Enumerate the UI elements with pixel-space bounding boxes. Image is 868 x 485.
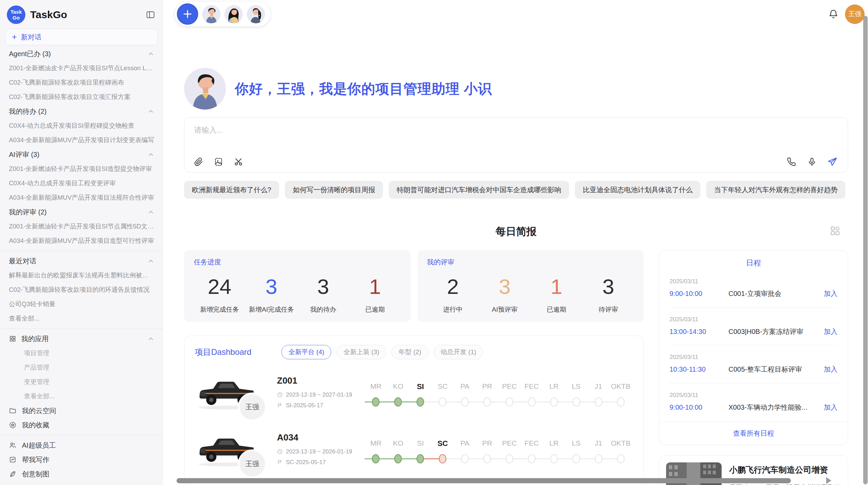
- sidebar-tool-label: AI超级员工: [22, 441, 56, 450]
- sidebar-item[interactable]: C02-飞腾新能源轻客改款项目里程碑画布: [0, 75, 163, 90]
- sidebar-collapse-icon[interactable]: [145, 9, 156, 21]
- sidebar-item[interactable]: A034-全新新能源MUV产品开发项目法规符合性评审: [0, 190, 163, 205]
- dashboard-tab[interactable]: 全新上装 (3): [337, 345, 386, 359]
- sidebar-groups: Agent已办 (3)Z001-全新燃油皮卡产品开发项目SI节点Lesson L…: [0, 47, 163, 326]
- sidebar-item-my-apps[interactable]: 我的应用: [0, 332, 163, 346]
- sidebar-item-quill[interactable]: 创意制图: [0, 467, 163, 481]
- project-next-milestone: SI-2025-05-17: [277, 402, 361, 409]
- milestone-dot: [394, 397, 402, 407]
- brief-left-column: 任务进度24新增完成任务3新增AI完成任务3我的待办1已逾期我的评审2进行中3A…: [184, 250, 644, 485]
- milestone-dot: [550, 454, 558, 463]
- suggestion-chip[interactable]: 比亚迪全固态电池计划具体说了什么: [575, 181, 700, 199]
- dashboard-tab[interactable]: 动总开发 (1): [434, 345, 483, 359]
- chat-input[interactable]: [193, 124, 839, 146]
- schedule-event-title: C001-立项审批会: [728, 289, 818, 298]
- join-meeting-link[interactable]: 加入: [824, 327, 837, 336]
- new-chat-button[interactable]: + 新对话: [5, 29, 158, 45]
- plus-icon: +: [12, 34, 17, 40]
- horizontal-scrollbar[interactable]: [177, 478, 791, 483]
- sidebar-item[interactable]: 解释最新出台的欧盟报废车法规再生塑料比例被调至15%...: [0, 268, 163, 283]
- sidebar-item-people[interactable]: AI超级员工: [0, 438, 163, 452]
- milestone-timeline: MRKOSISCPAPRPECFECLRLSJ1OKTB: [365, 438, 632, 463]
- schedule-item-main: 9:00-10:00C001-立项审批会加入: [670, 289, 837, 298]
- add-conversation-button[interactable]: [177, 3, 198, 25]
- join-meeting-link[interactable]: 加入: [824, 365, 837, 374]
- scroll-right-arrow[interactable]: [826, 477, 831, 484]
- clock-icon: [277, 449, 283, 455]
- notification-bell-icon[interactable]: [827, 8, 840, 20]
- dashboard-tab[interactable]: 年型 (2): [391, 345, 428, 359]
- project-dashboard-card: 项目Dashboard 全新平台 (4)全新上装 (3)年型 (2)动总开发 (…: [184, 336, 644, 485]
- project-info: A0342023-12-19 ~ 2026-01-19SC-2025-05-17: [277, 432, 361, 470]
- input-icons-right: [786, 157, 837, 167]
- suggestion-chip[interactable]: 欧洲新规最近颁布了什么?: [184, 181, 279, 199]
- milestone: SI: [409, 382, 432, 407]
- sidebar-section-header[interactable]: 最近对话: [0, 254, 163, 268]
- vertical-scrollbar[interactable]: [863, 16, 868, 484]
- sidebar-item-star[interactable]: 我的收藏: [0, 418, 163, 432]
- suggestion-chip[interactable]: 特朗普可能对进口汽车增税会对中国车企造成哪些影响: [389, 181, 569, 199]
- sidebar-item[interactable]: C0X4-动力总成开发项目SI里程碑提交物检查: [0, 119, 163, 133]
- folder-icon: [9, 407, 16, 414]
- sidebar-section-header[interactable]: 我的待办 (2): [0, 104, 163, 119]
- sidebar-item-write[interactable]: 帮我写作: [0, 452, 163, 467]
- sidebar-section-header[interactable]: 我的评审 (2): [0, 205, 163, 219]
- join-meeting-link[interactable]: 加入: [824, 403, 837, 412]
- sidebar-item[interactable]: C02-飞腾新能源轻客改款项目的闭环通告反馈情况: [0, 283, 163, 297]
- suggestion-chip[interactable]: 如何写一份清晰的项目周报: [285, 181, 383, 199]
- dashboard-tab[interactable]: 全新平台 (4): [281, 345, 331, 359]
- sidebar-item[interactable]: 查看全部...: [0, 311, 163, 326]
- sidebar-item[interactable]: Z001-全新燃油轻卡产品开发项目SI造型提交物评审: [0, 162, 163, 176]
- sidebar-section-header[interactable]: Agent已办 (3): [0, 47, 163, 61]
- schedule-event-title: C003|H0B-方案冻结评审: [728, 327, 818, 336]
- input-icons-left: [193, 157, 243, 167]
- scissors-icon[interactable]: [233, 157, 243, 167]
- stat-card-title: 我的评审: [427, 258, 635, 267]
- stats-row: 任务进度24新增完成任务3新增AI完成任务3我的待办1已逾期我的评审2进行中3A…: [184, 250, 644, 322]
- avatar-assistant-2[interactable]: [225, 5, 243, 23]
- taskgo-app: Task Go TaskGo + 新对话 Agent已办 (3)Z001-全新燃…: [0, 0, 868, 485]
- milestone: J1: [587, 439, 610, 463]
- project-owner-badge: 王强: [238, 449, 267, 478]
- milestone: LS: [565, 439, 587, 463]
- layout-grid-icon[interactable]: [830, 225, 841, 236]
- schedule-date: 2025/03/11: [670, 316, 837, 323]
- sidebar-item[interactable]: A034-全新新能源MUV产品开发项目计划变更表编写: [0, 133, 163, 147]
- join-meeting-link[interactable]: 加入: [824, 289, 837, 298]
- view-all-schedule-link[interactable]: 查看所有日程: [659, 422, 848, 445]
- schedule-time: 9:00-10:00: [670, 290, 728, 298]
- microphone-icon[interactable]: [807, 157, 817, 167]
- image-upload-icon[interactable]: [213, 157, 224, 167]
- sidebar-sub-item[interactable]: 查看全部...: [0, 389, 163, 403]
- new-chat-label: 新对话: [21, 33, 41, 42]
- milestone: OKTB: [610, 439, 632, 463]
- sidebar-item[interactable]: C0X4-动力总成开发项目工程变更评审: [0, 176, 163, 190]
- sidebar-item[interactable]: 公司Q3轻卡销量: [0, 297, 163, 311]
- sidebar-item[interactable]: Z001-全新燃油轻卡产品开发项目SI节点属性5D文件评审: [0, 219, 163, 234]
- sidebar-section-header[interactable]: AI评审 (3): [0, 147, 163, 162]
- dashboard-header: 项目Dashboard 全新平台 (4)全新上装 (3)年型 (2)动总开发 (…: [195, 345, 633, 359]
- sidebar-sub-item[interactable]: 变更管理: [0, 375, 163, 389]
- sidebar-item[interactable]: Z001-全新燃油皮卡产品开发项目SI节点Lesson Learn报告: [0, 61, 163, 75]
- sidebar-sub-item[interactable]: 产品管理: [0, 360, 163, 375]
- project-owner-badge: 王强: [238, 393, 267, 421]
- milestone-label: J1: [595, 439, 602, 449]
- stat-columns: 24新增完成任务3新增AI完成任务3我的待办1已逾期: [194, 276, 401, 314]
- milestone-dot: [461, 397, 469, 407]
- sidebar-section-title: 最近对话: [9, 257, 36, 266]
- chevron-up-icon: [147, 108, 154, 115]
- send-icon[interactable]: [827, 157, 837, 167]
- milestone-dot: [617, 454, 625, 463]
- sidebar-item[interactable]: C02-飞腾新能源轻客改款项目立项汇报方案: [0, 90, 163, 104]
- phone-call-icon[interactable]: [786, 157, 796, 167]
- attachment-icon[interactable]: [193, 157, 204, 167]
- sidebar-item-folder[interactable]: 我的云空间: [0, 403, 163, 418]
- sidebar-item[interactable]: A034-全新新能源MUV产品开发项目造型可行性评审: [0, 234, 163, 248]
- milestone-label: PEC: [502, 439, 517, 449]
- suggestion-chip[interactable]: 当下年轻人对汽车外观有怎样的喜好趋势: [706, 181, 845, 199]
- news-title: 小鹏飞行汽车制造公司增资: [729, 464, 841, 475]
- avatar-assistant-3[interactable]: [247, 5, 265, 23]
- user-avatar[interactable]: 王强: [845, 4, 865, 24]
- avatar-assistant-1[interactable]: [202, 5, 220, 23]
- sidebar-sub-item[interactable]: 项目管理: [0, 346, 163, 360]
